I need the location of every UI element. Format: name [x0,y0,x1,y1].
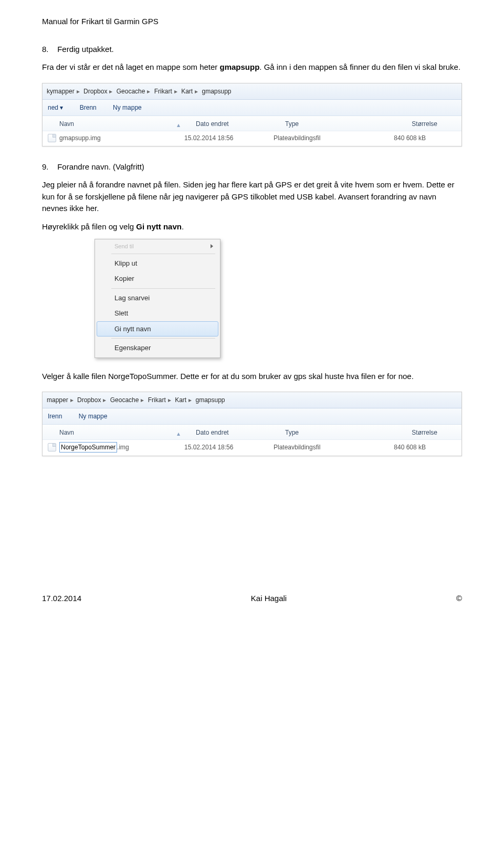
s8-bold: gmapsupp [220,62,260,71]
col-size: Størrelse [374,428,437,437]
col-name: Navn▴ [59,119,196,129]
footer-date: 17.02.2014 [42,593,81,605]
section8-heading: 8. Ferdig utpakket. [42,44,462,56]
crumb: mapper [47,396,68,404]
file-name: gmapsupp.img [59,133,101,143]
s8-text-b: . Gå inn i den mappen så finner du den f… [259,62,460,71]
section8-body: Fra der vi står er det nå laget en mappe… [42,61,462,73]
chevron-right-icon: ▸ [70,396,74,404]
menu-separator [111,254,215,254]
crumb: Dropbox [83,88,107,95]
toolbar-burn: Brenn [80,104,97,111]
toolbar-new-folder: Ny mappe [113,104,142,111]
s8-text-a: Fra der vi står er det nå laget en mappe… [42,62,220,71]
col-type: Type [285,119,374,129]
menu-item-rename: Gi nytt navn [97,321,218,337]
section9b-body: Velger å kalle filen NorgeTopoSummer. De… [42,371,462,383]
col-size: Størrelse [374,119,437,129]
sort-asc-icon: ▴ [177,429,180,438]
file-type: Plateavbildingsfil [274,133,363,143]
menu-item-shortcut: Lag snarvei [97,290,218,306]
explorer-screenshot-1: kymapper▸ Dropbox▸ Geocache▸ Frikart▸ Ka… [42,83,462,146]
menu-label: Send til [114,243,134,249]
file-name-cell: gmapsupp.img [48,133,184,143]
crumb: Geocache [110,396,139,404]
menu-separator [111,338,215,339]
chevron-right-icon: ▸ [141,396,144,404]
file-name-cell: NorgeTopoSummer.img [48,442,184,453]
section9-title: Forandre navn. (Valgfritt) [57,162,144,171]
chevron-right-icon: ▸ [147,88,150,95]
crumb: Kart [175,396,186,404]
s9-text-b: . [182,222,184,231]
section8-title: Ferdig utpakket. [57,45,114,54]
crumb: Frikart [148,396,166,404]
sort-asc-icon: ▴ [177,120,180,130]
page-header: Manual for Frikart til Garmin GPS [42,16,462,28]
file-size: 840 608 kB [363,133,426,143]
crumb: gmapsupp [202,88,231,95]
col-name: Navn▴ [59,428,196,437]
file-ext: .img [117,443,129,452]
crumb: gmapsupp [195,396,225,404]
col-type: Type [285,428,374,437]
column-headers: Navn▴ Dato endret Type Størrelse [43,116,461,131]
column-headers: Navn▴ Dato endret Type Størrelse [43,425,461,440]
context-menu-screenshot: Send til Klipp ut Kopier Lag snarvei Sle… [94,239,220,358]
section9-body: Jeg pleier nå å forandre navnet på filen… [42,179,462,215]
s9-bold: Gi nytt navn [136,222,182,231]
col-name-label: Navn [59,429,74,436]
file-icon [48,443,56,451]
toolbar-new-folder: Ny mappe [79,413,108,420]
file-row: NorgeTopoSummer.img 15.02.2014 18:56 Pla… [43,440,461,456]
crumb: Dropbox [77,396,101,404]
menu-item-properties: Egenskaper [97,340,218,356]
explorer-toolbar: Irenn Ny mappe [43,408,461,425]
section9-instruction: Høyreklikk på filen og velg Gi nytt navn… [42,221,462,233]
menu-item-copy: Kopier [97,271,218,287]
menu-separator [111,288,215,289]
file-type: Plateavbildingsfil [274,443,363,452]
chevron-right-icon: ▸ [195,88,198,95]
file-date: 15.02.2014 18:56 [184,133,274,143]
menu-item-send-to: Send til [97,241,218,252]
file-date: 15.02.2014 18:56 [184,443,274,452]
crumb: Frikart [154,88,172,95]
file-icon [48,134,56,142]
breadcrumb: kymapper▸ Dropbox▸ Geocache▸ Frikart▸ Ka… [43,83,461,100]
breadcrumb: mapper▸ Dropbox▸ Geocache▸ Frikart▸ Kart… [43,392,461,408]
explorer-toolbar: ned ▾ Brenn Ny mappe [43,100,461,116]
chevron-right-icon: ▸ [188,396,192,404]
footer-copyright: © [456,593,462,605]
s9-text-a: Høyreklikk på filen og velg [42,222,136,231]
crumb: Kart [181,88,193,95]
explorer-screenshot-2: mapper▸ Dropbox▸ Geocache▸ Frikart▸ Kart… [42,392,462,456]
chevron-right-icon [211,244,213,248]
section8-num: 8. [42,45,49,54]
file-row: gmapsupp.img 15.02.2014 18:56 Plateavbil… [43,131,461,146]
crumb: kymapper [47,88,75,95]
chevron-right-icon: ▸ [109,88,112,95]
toolbar-organize: ned ▾ [48,104,63,111]
col-date: Dato endret [196,119,285,129]
file-size: 840 608 kB [363,443,426,452]
section9-heading: 9. Forandre navn. (Valgfritt) [42,161,462,173]
crumb: Geocache [117,88,145,95]
chevron-right-icon: ▸ [168,396,171,404]
menu-item-cut: Klipp ut [97,256,218,271]
chevron-right-icon: ▸ [103,396,106,404]
chevron-right-icon: ▸ [174,88,177,95]
footer-author: Kai Hagali [251,593,287,605]
context-menu: Send til Klipp ut Kopier Lag snarvei Sle… [94,239,220,358]
col-date: Dato endret [196,428,285,437]
col-name-label: Navn [59,120,74,128]
page-footer: 17.02.2014 Kai Hagali © [42,593,462,605]
menu-item-delete: Slett [97,306,218,321]
chevron-right-icon: ▸ [77,88,80,95]
toolbar-left: Irenn [48,413,62,420]
section9-num: 9. [42,162,49,171]
rename-input[interactable]: NorgeTopoSummer [59,442,117,453]
